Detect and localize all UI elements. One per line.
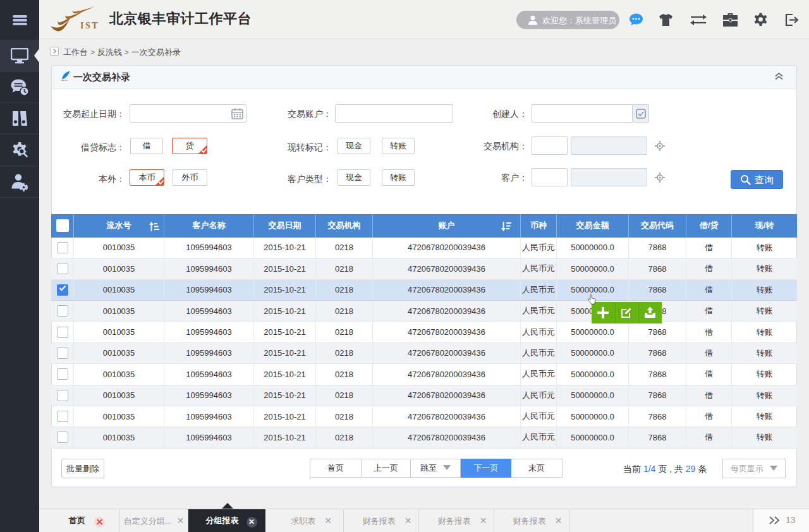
svg-text:IST: IST xyxy=(80,21,99,30)
